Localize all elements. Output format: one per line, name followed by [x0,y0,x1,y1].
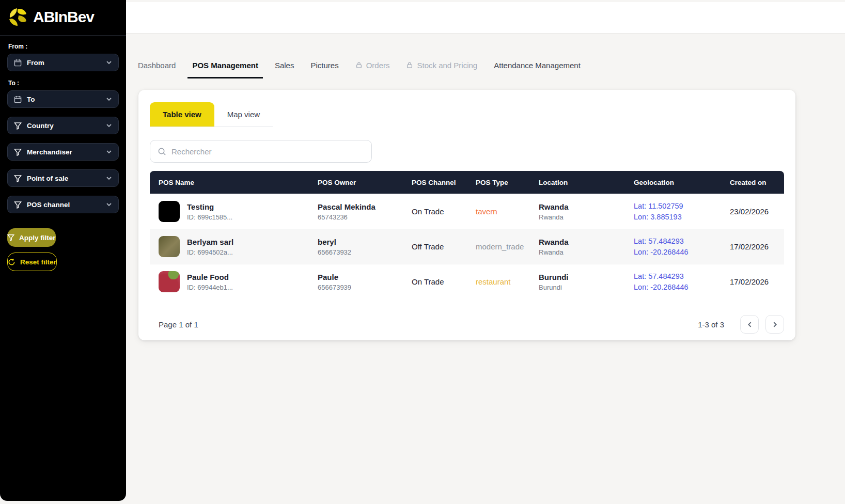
tab-stock-and-pricing: Stock and Pricing [401,52,482,78]
location-sub: Burundi [539,284,625,291]
chevron-down-icon [106,59,112,66]
pos-management-card: Table view Map view POS Name POS Owner P… [138,90,795,340]
merchandiser-value: Merchandiser [27,148,101,156]
next-page-button[interactable] [765,315,784,334]
view-switcher: Table view Map view [150,102,273,127]
pos-table: POS Name POS Owner POS Channel POS Type … [150,171,784,299]
reset-filter-button[interactable]: Reset filter [7,253,57,271]
brand-name: ABInBev [33,8,94,26]
pos-name: Testing [187,202,232,211]
pos-channel-value: POS channel [27,201,101,209]
country-value: Country [27,122,101,130]
search-icon [158,147,166,156]
col-geolocation: Geolocation [625,179,721,186]
location-country: Rwanda [539,238,625,246]
apply-filter-button[interactable]: Apply filter [7,228,56,247]
pos-thumbnail [159,201,180,222]
pos-type: tavern [467,207,530,216]
lock-icon [355,61,363,69]
tab-label: Orders [366,61,390,70]
geo-lon-link[interactable]: Lon: 3.885193 [634,212,721,223]
col-pos-type: POS Type [467,179,530,186]
calendar-icon [14,59,22,67]
table-view-label: Table view [163,110,201,119]
funnel-icon [14,148,22,156]
col-created-on: Created on [721,179,784,186]
chevron-down-icon [106,122,112,129]
pos-thumbnail [159,236,180,257]
abinbev-hop-icon [7,6,29,28]
tab-attendance-management[interactable]: Attendance Management [489,52,585,78]
country-dropdown[interactable]: Country [7,117,119,134]
tab-dashboard[interactable]: Dashboard [133,52,180,78]
pos-id: ID: 69944eb1... [187,284,233,291]
prev-page-button[interactable] [740,315,759,334]
col-pos-name: POS Name [150,179,309,186]
chevron-down-icon [106,96,112,102]
geo-lat-link[interactable]: Lat: 57.484293 [634,236,721,247]
tab-label: Attendance Management [494,61,581,70]
pos-channel: On Trade [403,207,467,216]
funnel-icon [14,122,22,130]
reset-icon [8,258,15,266]
table-view-tab[interactable]: Table view [150,102,214,127]
tab-label: Stock and Pricing [417,61,477,70]
from-label: From : [8,43,118,50]
apply-filter-label: Apply filter [19,234,56,242]
geo-lat-link[interactable]: Lat: 57.484293 [634,271,721,282]
search-box[interactable] [150,140,372,163]
funnel-icon [14,175,22,182]
merchandiser-dropdown[interactable]: Merchandiser [7,143,119,161]
geo-lat-link[interactable]: Lat: 11.502759 [634,201,721,212]
from-date-dropdown[interactable]: From [7,54,119,71]
pos-channel-dropdown[interactable]: POS channel [7,196,119,213]
lock-icon [406,61,413,69]
chevron-right-icon [772,321,778,328]
filter-sidebar: ABInBev From : From To : To Country [0,0,126,501]
funnel-icon [7,234,14,241]
table-row[interactable]: Paule Food ID: 69944eb1... Paule 6566739… [150,264,784,299]
location-sub: Rwanda [539,248,625,256]
tab-orders: Orders [351,52,395,78]
tab-pictures[interactable]: Pictures [306,52,343,78]
range-indicator: 1-3 of 3 [698,320,724,329]
created-date: 23/02/2026 [721,207,784,216]
pos-id: ID: 699c1585... [187,213,232,221]
to-label: To : [8,80,118,87]
owner-name: Paule [318,273,403,281]
geo-lon-link[interactable]: Lon: -20.268446 [634,282,721,293]
tab-sales[interactable]: Sales [270,52,299,78]
table-row[interactable]: Berlyam sarl ID: 6994502a... beryl 65667… [150,229,784,264]
pos-thumbnail [159,271,180,292]
point-of-sale-dropdown[interactable]: Point of sale [7,169,119,187]
col-pos-channel: POS Channel [403,179,467,186]
funnel-icon [14,201,22,209]
to-date-dropdown[interactable]: To [7,90,119,108]
tab-label: Pictures [310,61,338,70]
search-input[interactable] [171,147,364,156]
point-of-sale-value: Point of sale [27,175,101,182]
col-pos-owner: POS Owner [309,179,403,186]
location-country: Rwanda [539,202,625,211]
tab-pos-management[interactable]: POS Management [187,52,263,78]
created-date: 17/02/2026 [721,242,784,251]
table-row[interactable]: Testing ID: 699c1585... Pascal Mekinda 6… [150,194,784,229]
table-header-row: POS Name POS Owner POS Channel POS Type … [150,171,784,194]
tab-label: Sales [275,61,294,70]
tab-label: Dashboard [138,61,176,70]
pos-channel: Off Trade [403,242,467,251]
to-value: To [27,96,101,103]
pos-id: ID: 6994502a... [187,248,233,256]
chevron-left-icon [746,321,753,328]
chevron-down-icon [106,149,112,155]
map-view-label: Map view [227,110,260,119]
created-date: 17/02/2026 [721,277,784,286]
brand-logo: ABInBev [0,0,126,36]
geo-lon-link[interactable]: Lon: -20.268446 [634,247,721,258]
pos-name: Paule Food [187,273,233,281]
owner-name: Pascal Mekinda [318,202,403,211]
map-view-tab[interactable]: Map view [214,102,273,127]
owner-phone: 656673939 [318,284,403,291]
pos-name: Berlyam sarl [187,238,233,246]
col-location: Location [530,179,625,186]
